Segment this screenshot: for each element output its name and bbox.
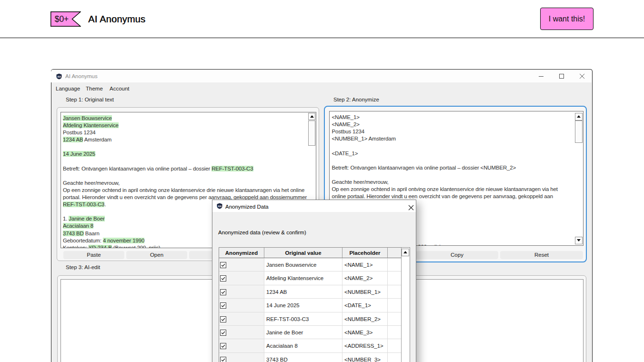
svg-text:AIA: AIA bbox=[218, 205, 222, 208]
svg-text:$0+: $0+ bbox=[55, 14, 69, 24]
svg-text:AIA: AIA bbox=[57, 76, 61, 78]
